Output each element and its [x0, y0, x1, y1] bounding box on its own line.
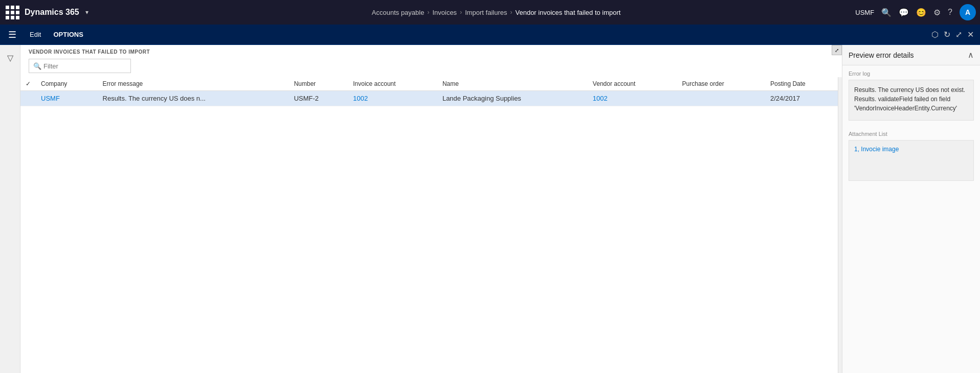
content-panel: VENDOR INVOICES THAT FAILED TO IMPORT 🔍 …: [20, 45, 842, 373]
breadcrumb-sep-3: ›: [510, 9, 513, 16]
waffle-menu-icon[interactable]: [4, 4, 20, 20]
attachment-item[interactable]: 1, Invocie image: [854, 146, 968, 153]
table-scrollbar[interactable]: [838, 77, 842, 373]
row-vendor-account[interactable]: 1002: [588, 91, 677, 106]
filter-bar: 🔍: [20, 57, 842, 77]
app-title: Dynamics 365: [25, 8, 79, 17]
vendor-invoices-table: ✓ Company Error message Number Invoice a…: [20, 77, 842, 106]
toolbar-right-icons: ⬡ ↻ ⤢ ✕: [931, 30, 974, 39]
table-body: USMF Results. The currency US does n... …: [20, 91, 842, 106]
col-error-message: Error message: [98, 77, 289, 91]
col-invoice-account: Invoice account: [348, 77, 437, 91]
breadcrumb-import-failures[interactable]: Import failures: [465, 9, 507, 16]
preview-header: Preview error details ∧: [842, 45, 980, 65]
error-log-label: Error log: [849, 71, 974, 77]
preview-title: Preview error details: [849, 51, 914, 59]
filter-sidebar-icon[interactable]: ▽: [4, 50, 16, 66]
col-vendor-account: Vendor account: [588, 77, 677, 91]
col-number: Number: [289, 77, 348, 91]
col-company: Company: [36, 77, 98, 91]
options-button[interactable]: OPTIONS: [48, 29, 88, 40]
col-posting-date: Posting Date: [765, 77, 842, 91]
page-title: VENDOR INVOICES THAT FAILED TO IMPORT: [20, 45, 842, 57]
search-icon[interactable]: 🔍: [881, 8, 892, 17]
app-branding: Dynamics 365 ▾: [4, 4, 137, 20]
col-name: Name: [437, 77, 588, 91]
row-error-message: Results. The currency US does n...: [98, 91, 289, 106]
row-purchase-order: [677, 91, 765, 106]
close-icon[interactable]: ✕: [967, 30, 974, 39]
row-name: Lande Packaging Supplies: [437, 91, 588, 106]
error-log-section: Error log Results. The currency US does …: [842, 65, 980, 126]
content-area: VENDOR INVOICES THAT FAILED TO IMPORT 🔍 …: [20, 45, 980, 373]
preview-collapse-icon[interactable]: ∧: [968, 50, 974, 60]
edit-button[interactable]: Edit: [25, 29, 46, 40]
filter-input[interactable]: [43, 62, 126, 70]
attachment-list-content: 1, Invocie image: [849, 140, 974, 181]
table-header: ✓ Company Error message Number Invoice a…: [20, 77, 842, 91]
breadcrumb-current: Vendor invoices that failed to import: [516, 9, 621, 16]
col-check: ✓: [20, 77, 36, 91]
app-title-chevron-icon[interactable]: ▾: [85, 9, 88, 16]
settings-icon[interactable]: ⚙: [933, 8, 941, 17]
chat-icon[interactable]: 💬: [899, 8, 909, 17]
row-number: USMF-2: [289, 91, 348, 106]
top-nav-right: USMF 🔍 💬 😊 ⚙ ? A: [855, 4, 976, 20]
preview-panel: Preview error details ∧ Error log Result…: [842, 45, 980, 373]
filter-input-wrap[interactable]: 🔍: [29, 59, 131, 73]
row-invoice-account[interactable]: 1002: [348, 91, 437, 106]
attachment-list-label: Attachment List: [849, 131, 974, 137]
breadcrumb: Accounts payable › Invoices › Import fai…: [137, 9, 855, 16]
table-row[interactable]: USMF Results. The currency US does n... …: [20, 91, 842, 106]
breadcrumb-sep-2: ›: [460, 9, 462, 16]
table-container: ✓ Company Error message Number Invoice a…: [20, 77, 842, 373]
refresh-icon[interactable]: ↻: [944, 30, 950, 39]
toolbar: ☰ Edit OPTIONS ⬡ ↻ ⤢ ✕: [0, 25, 980, 45]
office-icon[interactable]: ⬡: [931, 30, 939, 39]
attachment-section: Attachment List 1, Invocie image: [842, 126, 980, 186]
preview-expand-button[interactable]: ⤢: [832, 45, 842, 55]
main-content: ▽ VENDOR INVOICES THAT FAILED TO IMPORT …: [0, 45, 980, 373]
filter-search-icon: 🔍: [33, 62, 41, 70]
left-sidebar: ▽: [0, 45, 20, 373]
col-purchase-order: Purchase order: [677, 77, 765, 91]
breadcrumb-accounts-payable[interactable]: Accounts payable: [372, 9, 425, 16]
error-log-content: Results. The currency US does not exist.…: [849, 80, 974, 121]
breadcrumb-sep-1: ›: [427, 9, 429, 16]
row-company[interactable]: USMF: [36, 91, 98, 106]
row-posting-date: 2/24/2017: [765, 91, 842, 106]
row-check: [20, 91, 36, 106]
user-id-label: USMF: [855, 9, 874, 16]
avatar[interactable]: A: [960, 4, 976, 20]
person-icon[interactable]: 😊: [916, 8, 926, 17]
resize-icon[interactable]: ⤢: [955, 30, 962, 39]
help-icon[interactable]: ?: [948, 8, 952, 17]
top-navigation: Dynamics 365 ▾ Accounts payable › Invoic…: [0, 0, 980, 25]
hamburger-icon[interactable]: ☰: [6, 27, 18, 42]
breadcrumb-invoices[interactable]: Invoices: [432, 9, 457, 16]
